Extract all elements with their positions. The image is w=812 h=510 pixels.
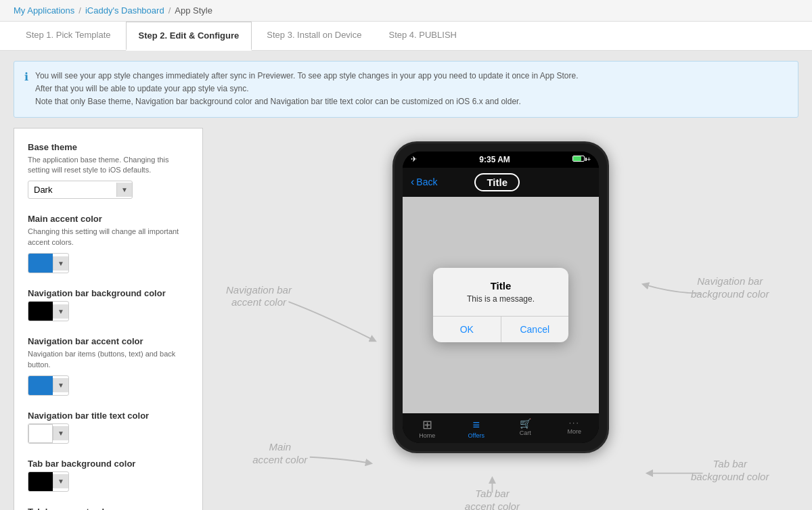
airplane-icon: ✈ xyxy=(411,155,417,164)
svg-text:Main: Main xyxy=(269,440,292,452)
phone-tab-bar: ⊞ Home ≡ Offers 🛒 Cart xyxy=(403,413,599,443)
tab-home[interactable]: ⊞ Home xyxy=(403,413,452,443)
home-tab-label: Home xyxy=(419,432,435,439)
alert-header: Title This is a message. xyxy=(433,268,568,308)
base-theme-setting: Base theme The application base theme. C… xyxy=(28,142,189,200)
svg-text:background color: background color xyxy=(691,470,769,482)
offers-tab-label: Offers xyxy=(468,432,484,439)
main-accent-color-control: ▼ xyxy=(28,253,69,273)
step3-button[interactable]: Step 3. Install on Device xyxy=(254,22,374,50)
phone-mockup: ✈ 9:35 AM + xyxy=(392,141,609,453)
alert-message: This is a message. xyxy=(444,294,558,304)
nav-back-button[interactable]: ‹ Back xyxy=(411,176,437,188)
nav-bg-swatch[interactable] xyxy=(28,302,53,321)
base-theme-arrow[interactable]: ▼ xyxy=(116,183,132,197)
info-box: ℹ You will see your app style changes im… xyxy=(14,61,798,118)
main-accent-setting: Main accent color Changing this setting … xyxy=(28,214,189,273)
more-tab-label: More xyxy=(567,428,581,435)
breadcrumb-current: App Style xyxy=(175,5,212,16)
svg-text:Tab bar: Tab bar xyxy=(475,487,510,499)
tab-bg-label: Tab bar background color xyxy=(28,459,189,469)
status-left: ✈ xyxy=(411,155,417,164)
base-theme-desc: The application base theme. Changing thi… xyxy=(28,155,189,176)
nav-bg-label: Navigation bar background color xyxy=(28,288,189,298)
breadcrumb-dashboard[interactable]: iCaddy's Dashboard xyxy=(85,5,164,16)
phone-container: ✈ 9:35 AM + xyxy=(392,141,609,453)
svg-text:Tab bar: Tab bar xyxy=(713,457,747,469)
info-text: You will see your app style changes imme… xyxy=(35,70,578,109)
status-time: 9:35 AM xyxy=(479,155,510,164)
cart-tab-icon: 🛒 xyxy=(520,419,531,428)
tab-accent-setting: Tab bar accent color ▼ xyxy=(28,507,189,510)
svg-text:accent color: accent color xyxy=(231,296,287,308)
step4-button[interactable]: Step 4. PUBLISH xyxy=(377,22,469,50)
main-accent-label: Main accent color xyxy=(28,214,189,224)
alert-buttons: OK Cancel xyxy=(433,317,568,342)
svg-text:accent color: accent color xyxy=(252,453,308,465)
base-theme-select[interactable]: Dark Light xyxy=(28,181,116,198)
nav-accent-swatch[interactable] xyxy=(28,376,53,395)
main-accent-swatch[interactable] xyxy=(28,254,53,273)
tab-cart[interactable]: 🛒 Cart xyxy=(501,413,550,443)
nav-title-arrow[interactable]: ▼ xyxy=(53,426,68,440)
separator2: / xyxy=(168,5,171,16)
main-accent-arrow[interactable]: ▼ xyxy=(53,256,68,271)
nav-title-setting: Navigation bar title text color ▼ xyxy=(28,411,189,444)
battery-icon xyxy=(572,156,585,163)
nav-title-color-control: ▼ xyxy=(28,423,69,444)
phone-nav-bar: ‹ Back Title xyxy=(403,168,599,197)
nav-accent-label: Navigation bar accent color xyxy=(28,336,189,346)
tab-bg-swatch[interactable] xyxy=(28,472,53,491)
base-theme-select-wrapper: Dark Light ▼ xyxy=(28,181,133,199)
step1-button[interactable]: Step 1. Pick Template xyxy=(14,22,123,50)
nav-bg-setting: Navigation bar background color ▼ xyxy=(28,288,189,321)
breadcrumb-my-applications[interactable]: My Applications xyxy=(14,5,74,16)
offers-tab-icon: ≡ xyxy=(472,419,480,431)
plus-icon: + xyxy=(587,156,591,163)
tab-accent-label: Tab bar accent color xyxy=(28,507,189,510)
nav-bg-arrow[interactable]: ▼ xyxy=(53,304,68,319)
nav-accent-setting: Navigation bar accent color Navigation b… xyxy=(28,336,189,396)
breadcrumb: My Applications / iCaddy's Dashboard / A… xyxy=(0,0,812,22)
phone-content: Title This is a message. OK Cancel xyxy=(403,197,599,413)
chevron-left-icon: ‹ xyxy=(411,176,414,188)
status-right: + xyxy=(572,156,591,163)
step2-button[interactable]: Step 2. Edit & Configure xyxy=(126,22,252,51)
nav-title-swatch[interactable] xyxy=(28,424,53,443)
steps-bar: Step 1. Pick Template Step 2. Edit & Con… xyxy=(0,22,812,51)
tab-more[interactable]: ··· More xyxy=(550,413,600,443)
svg-text:background color: background color xyxy=(691,287,769,299)
info-icon: ℹ xyxy=(24,70,28,109)
phone-screen: ✈ 9:35 AM + xyxy=(403,152,599,443)
tab-offers[interactable]: ≡ Offers xyxy=(452,413,501,443)
nav-accent-desc: Navigation bar items (buttons, text) and… xyxy=(28,349,189,370)
svg-text:accent color: accent color xyxy=(465,500,520,510)
cart-tab-label: Cart xyxy=(520,430,531,436)
nav-accent-color-control: ▼ xyxy=(28,375,69,396)
nav-title: Title xyxy=(474,173,520,191)
page-wrapper: My Applications / iCaddy's Dashboard / A… xyxy=(0,0,812,510)
tab-bg-arrow[interactable]: ▼ xyxy=(53,474,68,488)
alert-cancel-button[interactable]: Cancel xyxy=(501,317,569,342)
svg-text:Navigation bar: Navigation bar xyxy=(697,275,763,287)
alert-dialog: Title This is a message. OK Cancel xyxy=(433,268,568,342)
alert-title: Title xyxy=(444,280,558,292)
left-panel: Base theme The application base theme. C… xyxy=(14,128,203,510)
home-tab-icon: ⊞ xyxy=(422,419,432,431)
separator1: / xyxy=(78,5,81,16)
more-tab-icon: ··· xyxy=(569,419,580,427)
nav-accent-arrow[interactable]: ▼ xyxy=(53,378,68,392)
main-accent-desc: Changing this setting will change all im… xyxy=(28,227,189,248)
base-theme-label: Base theme xyxy=(28,142,189,152)
alert-ok-button[interactable]: OK xyxy=(433,317,501,342)
back-label: Back xyxy=(416,177,437,187)
tab-bg-color-control: ▼ xyxy=(28,471,69,492)
nav-title-label: Navigation bar title text color xyxy=(28,411,189,421)
preview-area: Navigation bar accent color Navigation b… xyxy=(203,128,798,510)
phone-status-bar: ✈ 9:35 AM + xyxy=(403,152,599,168)
tab-bg-setting: Tab bar background color ▼ xyxy=(28,459,189,492)
svg-text:Navigation bar: Navigation bar xyxy=(226,283,292,295)
nav-bg-color-control: ▼ xyxy=(28,301,69,321)
main-content: Base theme The application base theme. C… xyxy=(14,128,798,510)
